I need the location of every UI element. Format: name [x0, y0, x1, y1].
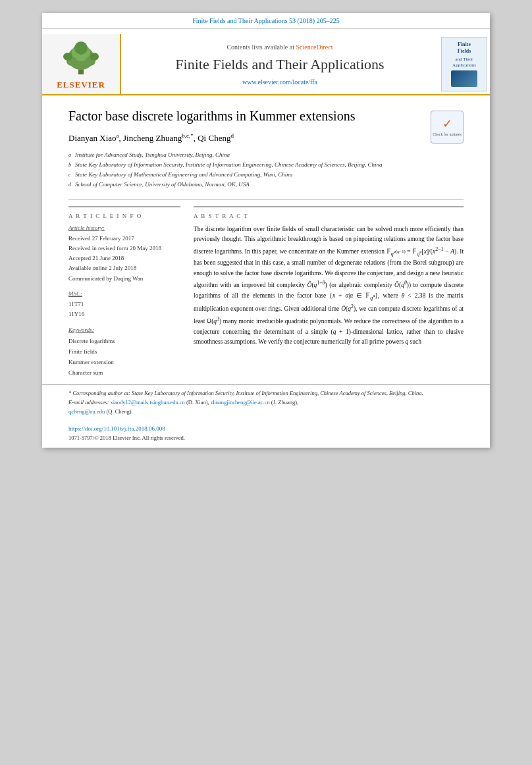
two-col-layout: A R T I C L E I N F O Article history: R… — [68, 206, 464, 379]
msc-label: MSC: — [68, 290, 180, 297]
main-content: ✓ Check for updates Factor base discrete… — [42, 95, 490, 384]
footnote-section: * Corresponding author at: State Key Lab… — [42, 384, 490, 419]
keywords-label: Keywords: — [68, 327, 180, 333]
copyright-text: 1071-5797/© 2018 Elsevier Inc. All right… — [68, 435, 464, 441]
check-updates-icon: ✓ — [442, 117, 452, 131]
available-date: Available online 2 July 2018 — [68, 263, 180, 273]
svg-point-7 — [90, 53, 99, 61]
email3-link[interactable]: qcheng@ou.edu — [68, 408, 105, 415]
accepted-date: Accepted 21 June 2018 — [68, 253, 180, 263]
elsevier-label: ELSEVIER — [57, 80, 105, 90]
affiliation-b: b State Key Laboratory of Information Se… — [68, 160, 464, 170]
journal-title: Finite Fields and Their Applications — [175, 56, 384, 73]
affiliation-d: d School of Computer Science, University… — [68, 180, 464, 190]
journal-url[interactable]: www.elsevier.com/locate/ffa — [242, 78, 317, 86]
article-info-text: Received 27 February 2017 Received in re… — [68, 234, 180, 284]
page: Finite Fields and Their Applications 53 … — [42, 13, 490, 448]
article-history-label: Article history: — [68, 224, 180, 231]
received-date: Received 27 February 2017 — [68, 234, 180, 244]
abstract-header: A B S T R A C T — [194, 213, 464, 219]
authors-line: Dianyan Xiaoa, Jincheng Zhuangb,c,*, Qi … — [68, 132, 464, 144]
affiliation-a: a Institute for Advanced Study, Tsinghua… — [68, 150, 464, 160]
author2-star: * — [190, 132, 194, 139]
article-info-col: A R T I C L E I N F O Article history: R… — [68, 206, 180, 379]
article-info-header: A R T I C L E I N F O — [68, 213, 180, 219]
author1-name: Dianyan Xiao — [68, 133, 117, 143]
author3-sup: d — [230, 132, 234, 139]
check-updates-text: Check for updates — [433, 132, 462, 137]
journal-logo: ELSEVIER — [42, 34, 121, 94]
author2-sup: b,c, — [182, 132, 190, 139]
abstract-col: A B S T R A C T The discrete logarithm o… — [194, 206, 464, 379]
keyword-2: Finite fields — [68, 346, 180, 357]
email3-name: (Q. Cheng). — [106, 408, 132, 415]
affiliation-c: c State Key Laboratory of Mathematical E… — [68, 170, 464, 180]
journal-thumbnail: FiniteFields and TheirApplications — [441, 37, 487, 92]
revised-date: Received in revised form 20 May 2018 — [68, 244, 180, 253]
sciencedirect-link[interactable]: ScienceDirect — [296, 43, 332, 51]
author1-sup: a — [117, 132, 119, 139]
msc-codes: 11T71 11Y16 — [68, 300, 180, 320]
email1-link[interactable]: xiaody12@mails.tsinghua.edu.cn — [110, 399, 184, 406]
contents-line: Contents lists available at ScienceDirec… — [226, 43, 332, 51]
svg-point-6 — [63, 53, 72, 61]
affiliations: a Institute for Advanced Study, Tsinghua… — [68, 150, 464, 189]
footnote-star: * Corresponding author at: State Key Lab… — [68, 389, 464, 398]
doi-link[interactable]: https://doi.org/10.1016/j.ffa.2018.06.00… — [68, 425, 165, 432]
paper-title: Factor base discrete logarithms in Kumme… — [68, 107, 464, 124]
keyword-3: Kummer extension — [68, 357, 180, 367]
divider — [68, 199, 464, 199]
keywords-section: Keywords: Discrete logarithms Finite fie… — [68, 327, 180, 379]
msc-code-2: 11Y16 — [68, 309, 180, 319]
keywords-list: Discrete logarithms Finite fields Kummer… — [68, 336, 180, 379]
top-citation: Finite Fields and Their Applications 53 … — [42, 13, 490, 29]
email2-name: (J. Zhuang), — [271, 399, 298, 406]
journal-center: Contents lists available at ScienceDirec… — [121, 34, 439, 94]
check-updates-badge: ✓ Check for updates — [424, 107, 464, 144]
abstract-text: The discrete logarithm over finite field… — [194, 224, 464, 348]
msc-section: MSC: 11T71 11Y16 — [68, 290, 180, 320]
email-label: E-mail addresses: — [68, 399, 110, 406]
footnote-email: E-mail addresses: xiaody12@mails.tsinghu… — [68, 398, 464, 416]
keyword-1: Discrete logarithms — [68, 336, 180, 346]
citation-text: Finite Fields and Their Applications 53 … — [192, 17, 339, 24]
email2-link[interactable]: zhuangjincheng@iie.ac.cn — [211, 399, 270, 406]
msc-code-1: 11T71 — [68, 300, 180, 309]
keyword-4: Character sum — [68, 367, 180, 378]
author3-name: Qi Cheng — [198, 133, 230, 143]
author2-name: Jincheng Zhuang — [123, 133, 182, 143]
elsevier-tree-icon — [55, 38, 107, 78]
svg-point-3 — [74, 41, 88, 55]
doi-section: https://doi.org/10.1016/j.ffa.2018.06.00… — [42, 419, 490, 448]
journal-header: ELSEVIER Contents lists available at Sci… — [42, 29, 490, 95]
communicated-by: Communicated by Daqing Wan — [68, 274, 180, 284]
email1-name: (D. Xiao), — [186, 399, 211, 406]
